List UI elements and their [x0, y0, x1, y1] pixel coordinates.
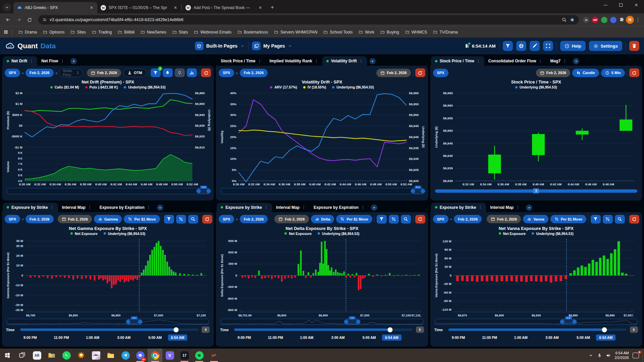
legend-item[interactable]: Net Exposure — [284, 232, 312, 236]
panel-tab[interactable]: Exposure by Expiration⋮ — [310, 203, 369, 212]
toolbar-pill[interactable]: Feb 2, 2026 — [454, 215, 482, 223]
panel-tab[interactable]: Interval Map⋮ — [58, 203, 96, 212]
reload-button[interactable] — [25, 15, 34, 24]
bookmark-folder[interactable]: School Tools — [320, 28, 356, 36]
refresh-button[interactable] — [202, 215, 212, 224]
bookmark-folder[interactable]: NewSeries — [138, 28, 169, 36]
time-knob[interactable] — [388, 327, 393, 332]
refresh-button[interactable] — [629, 215, 639, 224]
panel-tab[interactable]: Exposure by Strike⋮ — [431, 203, 486, 212]
notification-center-icon[interactable]: 6 — [633, 353, 639, 358]
toolbar-pill[interactable]: SPX — [433, 215, 448, 223]
taskbar-picpick[interactable] — [74, 349, 89, 362]
brush-handle-left[interactable] — [411, 189, 415, 193]
panel-tab[interactable]: Net Drift⋮ — [3, 56, 37, 66]
url-text[interactable]: v3.quantdata.us/page/custom/d74ba5f4-ef6… — [50, 17, 559, 22]
panel-tab[interactable]: Net Flow⋮ — [37, 56, 68, 66]
pause-button[interactable] — [202, 326, 210, 333]
add-tab-button[interactable]: + — [157, 204, 163, 211]
legend-item[interactable]: IV (18.55%) — [303, 85, 326, 89]
taskbar-clock[interactable]: 6:54 AM 2/2/2026 — [614, 351, 629, 360]
delta-chip[interactable]: Delta — [311, 215, 334, 223]
edit-button[interactable] — [530, 41, 540, 51]
toolbar-pill[interactable]: SPX — [219, 215, 234, 223]
funnel-button[interactable]: 2 — [151, 68, 161, 77]
site-settings-icon[interactable] — [42, 17, 47, 22]
funnel-button[interactable] — [164, 215, 174, 224]
tab-close-icon[interactable]: ✕ — [173, 5, 178, 10]
bookmark-star-icon[interactable] — [570, 17, 575, 22]
tab-menu-icon[interactable]: ⋮ — [359, 59, 363, 63]
new-tab-button[interactable]: + — [268, 3, 277, 12]
speaker-icon[interactable] — [606, 353, 611, 358]
tab-close-icon[interactable]: ✕ — [258, 5, 263, 10]
taskbar-file-explorer[interactable] — [103, 349, 118, 362]
brush-handle-left[interactable] — [344, 320, 348, 324]
gamma-exposure-chart[interactable]: 35 M30 M20 M10 M0-10 M-20 M-30 M-35 MGam… — [5, 236, 211, 318]
toolbar-pill[interactable]: Feb 2, 2026 — [240, 69, 268, 77]
tab-menu-icon[interactable]: ⋮ — [50, 205, 54, 209]
brush-handle-right[interactable] — [572, 320, 577, 324]
bookmark-folder[interactable]: Servers WHM/CPAN — [271, 28, 320, 36]
brush-handle-right[interactable] — [421, 189, 425, 193]
time-track[interactable] — [20, 328, 198, 331]
taskbar-secure-folder[interactable] — [44, 349, 59, 362]
gamma-chip[interactable]: Gamma — [94, 215, 122, 223]
tab-menu-icon[interactable]: ⋮ — [147, 205, 151, 209]
magnifier-button[interactable] — [615, 215, 625, 224]
toolbar-pill[interactable]: Feb 2, 2026 — [25, 215, 53, 223]
pause-button[interactable] — [630, 326, 638, 333]
toolbar-pill[interactable]: SPX — [219, 69, 234, 77]
start-button[interactable] — [0, 349, 15, 362]
volatility-drift-chart[interactable]: 40%35%30%25%20%15%10%5%0%$6,960$6,955$6,… — [219, 90, 425, 187]
close-button[interactable]: ✕ — [629, 0, 644, 10]
taskbar-whatsapp[interactable] — [59, 349, 74, 362]
legend-item[interactable]: Net Exposure — [499, 232, 526, 236]
otm-chip[interactable]: OTM — [123, 69, 146, 77]
tab-menu-icon[interactable]: ⋮ — [302, 205, 306, 209]
bookmark-folder[interactable]: Optoons — [40, 28, 67, 36]
add-tab-button[interactable]: + — [369, 58, 376, 64]
legend-item[interactable]: Underlying ($6,954.53) — [124, 85, 165, 89]
chart-range-brush[interactable] — [435, 319, 637, 325]
taskbar-dictionary[interactable]: AB — [30, 349, 44, 362]
bookmark-folder[interactable]: TV/Drama — [430, 28, 461, 36]
extension-icon[interactable] — [610, 17, 616, 23]
legend-item[interactable]: Net Exposure — [70, 232, 98, 236]
tab-menu-icon[interactable]: ⋮ — [258, 59, 262, 63]
chart-range-brush[interactable] — [7, 319, 209, 325]
built-in-pages-button[interactable]: Built-In Pages — [195, 42, 245, 50]
legend-item[interactable]: Underlying ($6,954.53) — [318, 232, 359, 236]
delete-page-button[interactable] — [629, 41, 639, 51]
extension-icon[interactable] — [601, 17, 607, 23]
chart-range-brush[interactable] — [221, 188, 423, 194]
tab-close-icon[interactable]: ✕ — [89, 5, 94, 10]
refresh-button[interactable] — [415, 68, 425, 77]
vanna-exposure-chart[interactable]: 120 M90 M60 M30 M0-30 M-60 M-90 M-120 MV… — [433, 236, 639, 318]
toolbar-pill[interactable]: Feb 2, 2026 — [25, 69, 53, 77]
taskbar-v2rayn[interactable]: V — [162, 349, 177, 362]
taskbar-task-view[interactable] — [15, 349, 30, 362]
add-tab-button[interactable]: + — [371, 204, 377, 211]
global-filter-button[interactable] — [503, 41, 513, 51]
bookmark-folder[interactable]: Trading — [89, 28, 115, 36]
add-tab-button[interactable]: + — [526, 204, 532, 211]
maximize-button[interactable] — [613, 0, 629, 10]
taskbar-screenshot-tool[interactable]: ✂ — [207, 349, 221, 362]
legend-item[interactable]: Underlying ($6,954.53) — [532, 232, 573, 236]
panel-tab[interactable]: Consolidated Order Flow⋮ — [484, 56, 546, 66]
brush-grip[interactable] — [349, 316, 356, 319]
microphone-icon[interactable] — [597, 353, 602, 358]
toolbar-pill[interactable]: SPX — [5, 215, 20, 223]
brush-handle-right[interactable] — [356, 320, 361, 324]
brush-handle-right[interactable] — [207, 189, 211, 193]
percent-button[interactable] — [389, 215, 399, 224]
brush-handle-right[interactable] — [138, 320, 142, 324]
panel-tab[interactable]: Interval Map⋮ — [272, 203, 310, 212]
chart-range-brush[interactable] — [7, 188, 209, 194]
brush-grip[interactable] — [131, 316, 138, 319]
tab-menu-icon[interactable]: ⋮ — [478, 205, 482, 209]
candle-chip[interactable]: Candle — [572, 69, 599, 77]
taskbar-tradingview[interactable]: 17 — [177, 349, 192, 362]
date-chip[interactable]: Feb 2, 2026 — [274, 215, 309, 223]
